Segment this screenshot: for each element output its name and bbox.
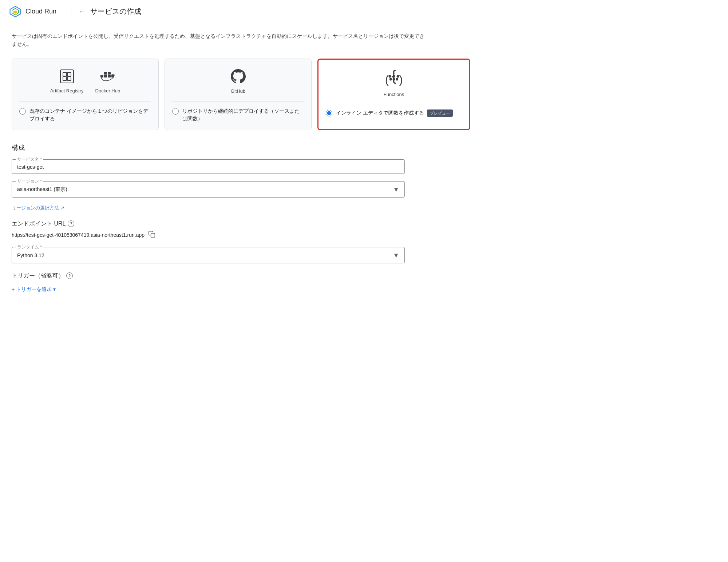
trigger-title: トリガー（省略可） ? [12,272,425,280]
page-description: サービスは固有のエンドポイントを公開し、受信リクエストを処理するため、基盤となる… [12,32,425,48]
functions-icon-2: ( ) [384,70,403,89]
svg-rect-10 [108,75,111,77]
service-name-field[interactable]: サービス名 * test-gcs-get [12,159,405,174]
options-grid: Artifact Registry Docker Hub [12,59,425,130]
svg-point-20 [393,78,395,80]
app-name: Cloud Run [25,8,56,15]
main-content: サービスは固有のエンドポイントを公開し、受信リクエストを処理するため、基盤となる… [0,23,437,304]
svg-text:): ) [399,73,403,86]
svg-rect-6 [63,77,67,80]
svg-rect-9 [104,75,107,77]
artifact-registry-icon [58,68,76,85]
github-icon [229,67,247,85]
github-radio[interactable] [172,108,179,115]
svg-rect-12 [108,72,111,75]
svg-rect-8 [100,75,103,77]
region-value: asia-northeast1 (東京) [17,186,67,193]
add-trigger-button[interactable]: + トリガーを追加 ▾ [12,284,56,295]
card-radio-row-1: 既存のコンテナ イメージから１つのリビジョンをデプロイする [19,107,151,123]
runtime-field[interactable]: ランタイム * Python 3.12 ▼ [12,247,405,263]
docker-hub-icon [99,68,116,85]
svg-point-21 [396,78,398,80]
card-icons-github: GitHub [172,66,304,95]
svg-rect-23 [151,233,155,237]
runtime-value: Python 3.12 [17,252,44,258]
endpoint-help-icon[interactable]: ? [68,220,74,227]
runtime-dropdown-arrow: ▼ [393,252,399,259]
endpoint-url-row: https://test-gcs-get-401053067419.asia-n… [12,231,425,240]
svg-rect-7 [67,77,71,80]
artifact-registry-label: Artifact Registry [50,88,84,93]
github-item: GitHub [229,67,247,94]
github-radio-label: リポジトリから継続的にデプロイする（ソースまたは関数） [182,107,304,123]
card-radio-row-3: インライン エディタで関数を作成する プレビュー [326,109,462,117]
svg-rect-11 [104,72,107,75]
app-header: Cloud Run ← サービスの作成 [0,0,728,23]
option-card-functions[interactable]: { ( ) Functions [317,59,470,130]
svg-rect-3 [60,70,74,83]
copy-icon[interactable] [148,231,155,240]
svg-rect-4 [63,72,67,76]
service-name-value: test-gcs-get [17,164,399,170]
copy-svg [148,231,155,238]
runtime-label: ランタイム * [16,244,43,250]
endpoint-title: エンドポイント URL ? [12,220,425,228]
svg-text:(: ( [385,73,389,86]
card-divider-2 [172,101,304,101]
functions-item: { ( ) Functions [384,67,404,97]
config-section: 構成 サービス名 * test-gcs-get リージョン * asia-nor… [12,143,425,220]
trigger-help-icon[interactable]: ? [66,272,73,279]
card-icons-functions: { ( ) Functions [326,67,462,97]
region-dropdown-arrow: ▼ [393,186,399,194]
endpoint-url-text: https://test-gcs-get-401053067419.asia-n… [12,232,145,238]
functions-radio-label: インライン エディタで関数を作成する プレビュー [336,109,453,117]
artifact-registry-item: Artifact Registry [50,68,84,93]
card-icons-registry: Artifact Registry Docker Hub [19,66,151,95]
config-title: 構成 [12,143,425,152]
github-label: GitHub [231,88,245,94]
card-radio-row-2: リポジトリから継続的にデプロイする（ソースまたは関数） [172,107,304,123]
cloud-run-logo [9,5,22,18]
back-button[interactable]: ← [79,7,86,16]
option-card-github[interactable]: GitHub リポジトリから継続的にデプロイする（ソースまたは関数） [165,59,312,130]
runtime-select-row: Python 3.12 ▼ [17,252,399,259]
region-select-row: asia-northeast1 (東京) ▼ [17,186,399,194]
region-field[interactable]: リージョン * asia-northeast1 (東京) ▼ [12,181,405,198]
option-card-registry[interactable]: Artifact Registry Docker Hub [12,59,159,130]
registry-radio[interactable] [19,108,26,115]
endpoint-section: エンドポイント URL ? https://test-gcs-get-40105… [12,220,425,263]
svg-rect-5 [67,72,71,76]
registry-radio-label: 既存のコンテナ イメージから１つのリビジョンをデプロイする [29,107,151,123]
external-link-icon: ↗ [60,205,64,211]
trigger-section: トリガー（省略可） ? + トリガーを追加 ▾ [12,272,425,295]
functions-radio[interactable] [326,110,332,116]
header-divider [71,5,71,18]
page-title: サービスの作成 [90,7,141,16]
region-link[interactable]: リージョンの選択方法 ↗ [12,205,64,211]
svg-marker-2 [13,10,17,13]
functions-label: Functions [384,92,404,97]
region-label: リージョン * [16,178,43,184]
docker-hub-item: Docker Hub [95,68,120,93]
logo-area: Cloud Run [9,5,56,18]
docker-hub-label: Docker Hub [95,88,120,93]
preview-badge: プレビュー [427,109,453,117]
card-divider-3 [326,103,462,103]
card-divider-1 [19,101,151,101]
svg-point-19 [389,78,392,80]
service-name-label: サービス名 * [16,156,43,163]
